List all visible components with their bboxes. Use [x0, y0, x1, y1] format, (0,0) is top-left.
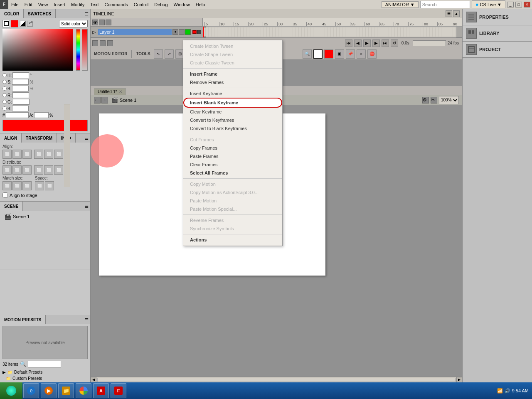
align-center-h-icon[interactable]: ⬜: [12, 150, 22, 159]
menu-debug[interactable]: Debug: [151, 1, 170, 8]
play-prev-btn[interactable]: ◀: [354, 39, 362, 47]
snap-btn[interactable]: 📌: [346, 49, 355, 59]
r-radio[interactable]: [2, 93, 7, 97]
b2-radio[interactable]: [2, 106, 7, 111]
dist-center-h-icon[interactable]: ⬜: [12, 165, 22, 175]
motion-search-input[interactable]: [28, 361, 61, 367]
tab-transform[interactable]: TRANSFORM: [22, 133, 57, 143]
add-layer-btn[interactable]: [92, 40, 98, 46]
hue-slider[interactable]: [76, 29, 80, 71]
layer-lock-btn[interactable]: [179, 29, 185, 35]
dist-center-v-icon[interactable]: ⬜: [44, 165, 53, 175]
fill-color-swatch[interactable]: [11, 20, 18, 27]
ctx-item-copy-frames[interactable]: Copy Frames: [183, 144, 282, 152]
fill-type-select[interactable]: Solid color: [59, 20, 88, 27]
match-width-icon[interactable]: ⬜: [2, 181, 12, 190]
align-left-icon[interactable]: ⬜: [2, 150, 12, 159]
tab-scene[interactable]: SCENE: [0, 202, 23, 211]
match-height-icon[interactable]: ⬜: [12, 181, 22, 190]
dist-bottom-icon[interactable]: ⬜: [54, 165, 63, 175]
tab-swatches[interactable]: SWATCHES: [24, 9, 56, 18]
b-radio[interactable]: [2, 86, 7, 91]
ctx-item-remove-frames[interactable]: Remove Frames: [183, 78, 282, 86]
ctx-item-convert-to-blank-keyframes[interactable]: Convert to Blank Keyframes: [183, 124, 282, 133]
add-layer-folder-btn[interactable]: [100, 40, 106, 46]
project-panel-btn[interactable]: PROJECT: [463, 42, 532, 58]
menu-window[interactable]: Window: [171, 1, 193, 8]
h-scroll-thumb[interactable]: [97, 378, 456, 382]
nav-icon2[interactable]: →: [101, 97, 108, 103]
alpha-input[interactable]: 100: [34, 112, 49, 118]
alpha-slider[interactable]: [82, 29, 88, 71]
doc-tab-close[interactable]: ✕: [119, 89, 122, 94]
h-scrollbar[interactable]: ◀ ▶: [91, 377, 462, 382]
layer-name[interactable]: Layer 1: [98, 29, 172, 35]
g-input[interactable]: 0: [13, 99, 30, 105]
zoom-tool[interactable]: 🔍: [303, 49, 312, 59]
outline-icon[interactable]: [106, 20, 111, 25]
b2-input[interactable]: 0: [12, 106, 29, 111]
menu-control[interactable]: Control: [131, 1, 151, 8]
s-radio[interactable]: [2, 80, 7, 84]
taskbar-flash[interactable]: F: [111, 383, 126, 398]
scene-item[interactable]: 🎬 Scene 1: [2, 212, 88, 221]
zoom-select[interactable]: 100%: [439, 96, 459, 104]
eye-icon[interactable]: 👁: [92, 20, 98, 25]
taskbar-chrome[interactable]: [76, 383, 91, 398]
taskbar-acrobat[interactable]: A: [93, 383, 109, 398]
layer-frames-area[interactable]: [203, 27, 456, 37]
ctx-item-clear-keyframe[interactable]: Clear Keyframe: [183, 108, 282, 116]
ctx-item-insert-keyframe[interactable]: Insert Keyframe: [183, 89, 282, 98]
layer-outline-btn[interactable]: [185, 29, 191, 35]
s-input[interactable]: 100: [12, 79, 29, 85]
tab-color[interactable]: COLOR: [0, 9, 24, 18]
lock-icon[interactable]: [99, 20, 105, 25]
cs-live-button[interactable]: ● CS Live ▼: [472, 0, 505, 8]
taskbar-media[interactable]: ▶: [41, 383, 57, 398]
ctx-item-convert-to-keyframes[interactable]: Convert to Keyframes: [183, 116, 282, 124]
h-input[interactable]: 0: [12, 72, 29, 78]
stage-settings-icon[interactable]: ⚙: [422, 97, 429, 103]
menu-commands[interactable]: Commands: [101, 1, 131, 8]
dist-left-icon[interactable]: ⬜: [2, 165, 12, 175]
taskbar-ie[interactable]: e: [23, 383, 39, 398]
loop-btn[interactable]: ↺: [391, 39, 398, 47]
timeline-collapse-btn[interactable]: ▲: [453, 10, 460, 17]
ctx-item-clear-frames[interactable]: Clear Frames: [183, 160, 282, 169]
subselect-tool[interactable]: ↗: [165, 49, 174, 59]
dist-top-icon[interactable]: ⬜: [34, 165, 43, 175]
start-button[interactable]: [0, 382, 22, 399]
b-input[interactable]: 88: [12, 86, 29, 91]
align-panel-menu[interactable]: ☰: [83, 135, 90, 141]
eraser-tool[interactable]: ⛔: [367, 49, 377, 59]
play-next-btn[interactable]: ▶: [372, 39, 380, 47]
doc-tab-untitled[interactable]: Untitled-1* ✕: [94, 88, 126, 95]
ctx-item-insert-blank-keyframe[interactable]: Insert Blank Keyframe: [183, 98, 282, 108]
oval-tool[interactable]: ○: [357, 49, 366, 59]
stroke-color-swatch[interactable]: [2, 20, 10, 27]
align-right-icon[interactable]: ⬜: [22, 150, 32, 159]
menu-text[interactable]: Text: [87, 1, 101, 8]
hsb-radio[interactable]: [2, 73, 7, 77]
stroke-color-btn[interactable]: [313, 49, 323, 59]
nav-icon[interactable]: ←: [94, 97, 101, 103]
layer-eye-btn[interactable]: ●: [172, 29, 178, 35]
properties-panel-btn[interactable]: PROPERTIES: [463, 9, 532, 25]
scroll-left-btn[interactable]: ◀: [91, 377, 96, 383]
reset-colors-icon[interactable]: [20, 21, 26, 27]
restore-button[interactable]: □: [515, 2, 522, 7]
search-input[interactable]: [420, 1, 470, 8]
align-bottom-icon[interactable]: ⬜: [54, 150, 63, 159]
clip-icon[interactable]: ✂: [431, 97, 437, 103]
align-stage-checkbox[interactable]: [2, 192, 8, 198]
menu-edit[interactable]: Edit: [22, 1, 35, 8]
close-button[interactable]: ✕: [524, 2, 530, 7]
taskbar-explorer[interactable]: 📁: [58, 383, 74, 398]
minimize-button[interactable]: _: [507, 2, 514, 7]
space-h-icon[interactable]: ⬜: [35, 181, 44, 190]
menu-insert[interactable]: Insert: [51, 1, 68, 8]
tab-align[interactable]: ALIGN: [0, 133, 22, 143]
r-input[interactable]: 224: [12, 92, 29, 98]
g-radio[interactable]: [2, 100, 7, 104]
ctx-item-paste-frames[interactable]: Paste Frames: [183, 152, 282, 160]
